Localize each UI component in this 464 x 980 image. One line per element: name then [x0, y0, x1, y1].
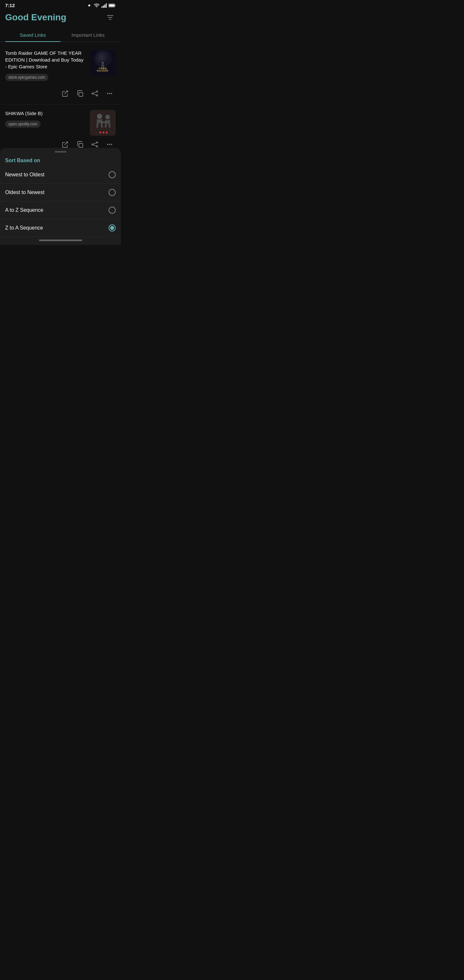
- page-title: Good Evening: [5, 12, 67, 23]
- tabs-container: Saved Links Important Links: [0, 29, 121, 42]
- svg-rect-3: [103, 5, 104, 8]
- copy-icon: [76, 90, 83, 97]
- wifi-icon: [94, 3, 100, 8]
- status-icons: [87, 3, 116, 8]
- svg-point-28: [106, 132, 108, 134]
- svg-rect-7: [109, 4, 114, 6]
- tab-saved-links[interactable]: Saved Links: [5, 29, 60, 41]
- sort-label-a-z: A to Z Sequence: [5, 207, 43, 213]
- link-thumbnail-tomb-raider: TOMBRAIDER: [90, 49, 116, 75]
- signal-icon: [102, 3, 106, 8]
- svg-point-38: [111, 144, 112, 145]
- svg-line-17: [93, 92, 96, 93]
- link-thumbnail-shikwa: [90, 110, 116, 136]
- tab-important-links[interactable]: Important Links: [60, 29, 116, 41]
- svg-line-18: [93, 94, 96, 95]
- svg-point-19: [107, 93, 108, 94]
- thumb-logo-text: TOMBRAIDER: [97, 67, 109, 72]
- svg-rect-2: [102, 6, 102, 8]
- share-icon-shikwa: [91, 141, 98, 148]
- open-button-tomb-raider[interactable]: [59, 88, 71, 100]
- sort-label-newest-oldest: Newest to Oldest: [5, 172, 44, 178]
- link-card-shikwa: SHIKWA (Side B) open.spotify.com: [0, 105, 121, 136]
- sort-sheet-title: Sort Based on: [0, 154, 121, 166]
- share-button-tomb-raider[interactable]: [89, 88, 101, 100]
- battery-icon: [109, 3, 116, 7]
- sort-radio-z-a: [109, 224, 116, 231]
- status-time: 7:12: [5, 3, 15, 8]
- link-title-tomb-raider: Tomb Raider GAME OF THE YEAR EDITION | D…: [5, 49, 86, 70]
- sort-option-newest-oldest[interactable]: Newest to Oldest: [0, 166, 121, 184]
- svg-point-21: [111, 93, 112, 94]
- link-domain-shikwa: open.spotify.com: [5, 121, 41, 128]
- svg-rect-30: [79, 143, 83, 147]
- thumb-shikwa-bg: [90, 110, 116, 136]
- header: Good Evening: [0, 10, 121, 29]
- svg-point-37: [109, 144, 110, 145]
- thumb-shikwa-art: [90, 110, 116, 136]
- svg-point-27: [102, 132, 104, 134]
- svg-point-11: [102, 62, 104, 64]
- svg-line-29: [65, 142, 68, 145]
- sort-label-z-a: Z to A Sequence: [5, 225, 43, 231]
- filter-button[interactable]: [105, 12, 116, 24]
- sort-option-a-z[interactable]: A to Z Sequence: [0, 202, 121, 219]
- svg-rect-4: [104, 5, 105, 8]
- link-info-shikwa: SHIKWA (Side B) open.spotify.com: [5, 110, 86, 132]
- filter-icon: [106, 13, 114, 22]
- link-domain-tomb-raider: store.epicgames.com: [5, 74, 48, 81]
- sort-option-oldest-newest[interactable]: Oldest to Newest: [0, 184, 121, 202]
- svg-line-35: [93, 145, 96, 146]
- svg-point-24: [105, 115, 110, 119]
- link-title-shikwa: SHIKWA (Side B): [5, 110, 86, 117]
- svg-point-36: [107, 144, 108, 145]
- sort-radio-z-a-selected: [110, 226, 114, 230]
- open-icon: [62, 90, 68, 97]
- open-icon-shikwa: [62, 141, 68, 148]
- status-bar: 7:12: [0, 0, 121, 10]
- svg-line-34: [93, 143, 96, 144]
- copy-icon-shikwa: [76, 141, 83, 148]
- sort-radio-a-z: [109, 207, 116, 214]
- svg-point-23: [97, 114, 102, 119]
- share-icon: [91, 90, 98, 97]
- svg-point-20: [109, 93, 110, 94]
- home-indicator: [39, 240, 82, 241]
- sort-radio-newest-oldest: [109, 171, 116, 178]
- sort-label-oldest-newest: Oldest to Newest: [5, 189, 44, 196]
- svg-point-1: [96, 7, 97, 7]
- more-button-tomb-raider[interactable]: [103, 88, 116, 100]
- svg-line-12: [65, 91, 68, 94]
- copy-button-tomb-raider[interactable]: [74, 88, 86, 100]
- svg-rect-13: [79, 92, 83, 96]
- svg-point-26: [99, 132, 101, 134]
- sheet-handle: [55, 151, 67, 153]
- sort-bottom-sheet: Sort Based on Newest to Oldest Oldest to…: [0, 148, 121, 245]
- more-icon: [106, 90, 113, 97]
- sort-option-z-a[interactable]: Z to A Sequence: [0, 219, 121, 237]
- svg-point-0: [88, 5, 90, 6]
- svg-rect-5: [106, 3, 107, 8]
- more-icon-shikwa: [106, 141, 113, 148]
- notification-icon: [87, 3, 92, 8]
- sort-radio-oldest-newest: [109, 189, 116, 196]
- action-row-tomb-raider: [0, 85, 121, 105]
- link-card-tomb-raider: Tomb Raider GAME OF THE YEAR EDITION | D…: [0, 45, 121, 85]
- link-info-tomb-raider: Tomb Raider GAME OF THE YEAR EDITION | D…: [5, 49, 86, 85]
